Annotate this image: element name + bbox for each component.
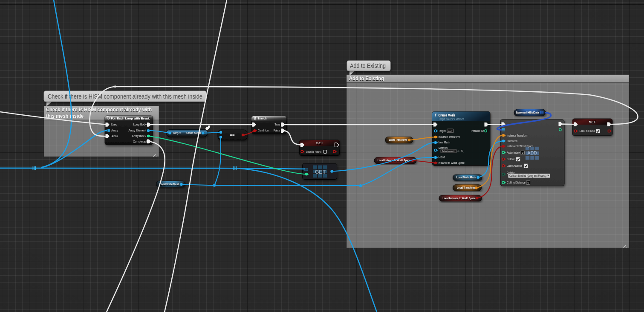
svg-text:Target: Target [439, 129, 446, 133]
svg-text:Select Asset: Select Asset [442, 150, 454, 152]
svg-text:Check if there is HISM compone: Check if there is HISM component already… [46, 107, 152, 113]
svg-text:Loop Body: Loop Body [133, 123, 147, 126]
svg-text:Create Mesh: Create Mesh [439, 114, 455, 117]
svg-text:Collision Enabled (Query and P: Collision Enabled (Query and Physics) [509, 174, 546, 178]
svg-text:SET: SET [316, 141, 323, 145]
svg-text:Static Mesh: Static Mesh [507, 140, 517, 143]
svg-text:Array: Array [111, 129, 118, 132]
svg-text:Branch: Branch [258, 117, 267, 120]
svg-text:0: 0 [528, 181, 529, 184]
svg-text:Cast Shadows: Cast Shadows [507, 164, 523, 167]
svg-text:GET: GET [315, 169, 326, 175]
svg-text:Spawned HISMData: Spawned HISMData [516, 111, 539, 114]
svg-text:Local Transform: Local Transform [457, 186, 475, 189]
svg-text:0: 0 [522, 151, 524, 154]
svg-text:Local Static Mesh: Local Static Mesh [456, 176, 476, 179]
svg-text:Target: Target [173, 131, 181, 135]
svg-text:Local Instance to World Space: Local Instance to World Space [443, 197, 476, 200]
svg-text:Condition: Condition [258, 129, 269, 132]
svg-text:Add to Existing: Add to Existing [349, 76, 384, 82]
svg-text:Exec: Exec [111, 123, 117, 126]
svg-text:Local Transform: Local Transform [389, 138, 407, 141]
svg-text:For Each Loop with Break: For Each Loop with Break [111, 117, 150, 120]
svg-text:New Mesh: New Mesh [439, 141, 450, 144]
svg-text:Instance to World Space: Instance to World Space [439, 161, 465, 165]
svg-text:Actor Index: Actor Index [507, 151, 520, 154]
svg-text:ADD: ADD [527, 150, 537, 155]
svg-text:Local Is Found: Local Is Found [306, 150, 321, 153]
svg-text:Array Element: Array Element [128, 129, 146, 132]
svg-text:Instance Transform: Instance Transform [439, 135, 460, 138]
svg-text:Is HISM: Is HISM [507, 157, 514, 160]
svg-text:self: self [448, 130, 453, 132]
svg-text:Completed: Completed [133, 140, 147, 143]
svg-text:Target is BP P Furniture: Target is BP P Furniture [439, 117, 464, 121]
svg-text:Add to Existing: Add to Existing [350, 62, 386, 69]
svg-text:Instance To World Space: Instance To World Space [507, 145, 533, 148]
svg-text:Break: Break [111, 134, 118, 137]
svg-text:Material: Material [439, 146, 448, 149]
svg-text:Local Static Mesh: Local Static Mesh [160, 183, 179, 186]
svg-text:HISM: HISM [439, 156, 445, 159]
svg-text:Array Index: Array Index [132, 134, 146, 138]
svg-text:False: False [273, 129, 280, 132]
svg-text:Culling Distance: Culling Distance [507, 181, 526, 184]
svg-text:Instance ID: Instance ID [471, 129, 484, 132]
svg-text:Instance Transform: Instance Transform [507, 134, 528, 137]
svg-text:SET: SET [589, 120, 596, 124]
svg-text:True: True [274, 123, 280, 126]
svg-text:==: == [230, 133, 235, 137]
svg-text:Local Is Found: Local Is Found [580, 129, 595, 132]
svg-text:Check if there is HISM compone: Check if there is HISM component already… [48, 93, 202, 100]
